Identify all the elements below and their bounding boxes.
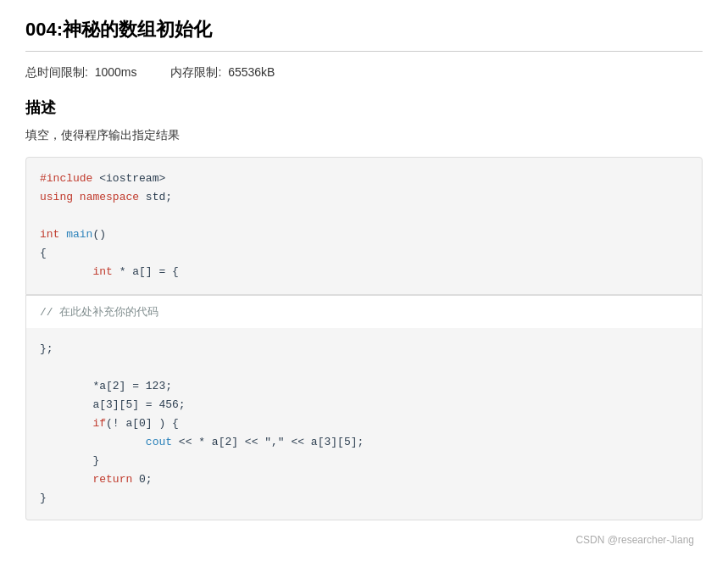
description-text: 填空，使得程序输出指定结果 [25,128,703,143]
watermark: CSDN @researcher-Jiang [25,534,703,546]
code-block-top: #include <iostream> using namespace std;… [25,157,703,295]
memory-limit: 内存限制: 65536kB [170,65,275,81]
meta-info: 总时间限制: 1000ms 内存限制: 65536kB [25,65,703,81]
include-line: #include [40,172,92,185]
code-block-bottom: }; *a[2] = 123; a[3][5] = 456; if(! a[0]… [25,328,703,521]
section-title-describe: 描述 [25,97,703,118]
page-title: 004:神秘的数组初始化 [25,17,703,52]
time-limit: 总时间限制: 1000ms [25,65,136,81]
code-block-middle: // 在此处补充你的代码 [25,295,703,328]
